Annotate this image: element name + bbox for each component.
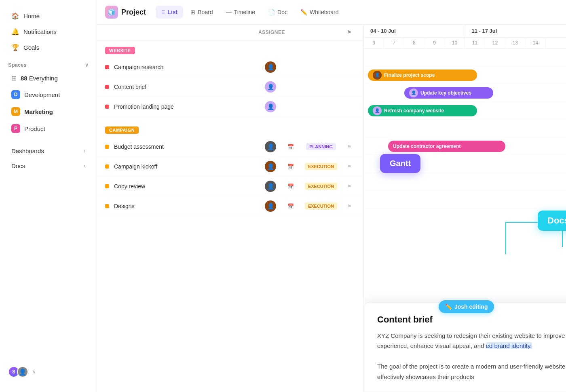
table-header: ASSIGNEE ⚑ — [97, 25, 363, 40]
chevron-right-icon: › — [84, 148, 85, 154]
flag-icon: ⚑ — [347, 164, 352, 170]
gantt-day: 6 — [364, 38, 384, 48]
tab-whiteboard[interactable]: ✏️ Whiteboard — [295, 6, 344, 18]
chevron-down-icon[interactable]: ∨ — [32, 369, 36, 375]
gantt-tooltip: Gantt — [380, 154, 420, 173]
project-title: Project — [121, 8, 146, 17]
list-panel: ASSIGNEE ⚑ WEBSITE Campaign research 👤 — [97, 25, 364, 392]
gantt-day: 7 — [384, 38, 404, 48]
gantt-day: 13 — [505, 38, 526, 48]
calendar-icon: 📅 — [287, 164, 294, 170]
col-flag: ⚑ — [343, 30, 355, 35]
chevron-down-icon[interactable]: ∨ — [85, 62, 89, 68]
sidebar-item-label: Goals — [23, 44, 39, 51]
avatar: 👤 — [265, 200, 276, 212]
spaces-section: Spaces ∨ — [0, 55, 97, 70]
sidebar-item-docs[interactable]: Docs › — [3, 158, 93, 173]
gantt-row — [364, 173, 566, 191]
connector-vertical2 — [505, 222, 506, 254]
timeline-icon: — — [226, 9, 232, 15]
avatar: 👤 — [373, 71, 382, 80]
project-icon: 🧊 — [105, 6, 118, 19]
sidebar-item-development[interactable]: D Development — [3, 86, 93, 103]
docs-badge[interactable]: Docs — [538, 211, 566, 231]
task-date: 📅 — [283, 164, 299, 170]
table-row[interactable]: Campaign kickoff 👤 📅 EXECUTION ⚑ — [97, 157, 363, 177]
task-flag: ⚑ — [343, 183, 355, 190]
sidebar-item-notifications[interactable]: 🔔 Notifications — [3, 24, 93, 40]
sidebar-item-goals[interactable]: 🏆 Goals — [3, 40, 93, 55]
flag-icon: ⚑ — [347, 203, 352, 209]
flag-icon: ⚑ — [347, 183, 352, 190]
task-status-dot — [105, 184, 109, 188]
tab-doc[interactable]: 📄 Doc — [262, 6, 293, 18]
campaign-badge: CAMPAIGN — [105, 126, 139, 134]
sidebar-item-marketing[interactable]: M Marketing — [3, 103, 93, 120]
task-assignee: 👤 — [258, 161, 283, 172]
sidebar-item-dashboards[interactable]: Dashboards › — [3, 143, 93, 158]
gantt-bar-finalize[interactable]: 👤 Finalize project scope — [368, 70, 477, 81]
table-row[interactable]: Content brief 👤 — [97, 77, 363, 97]
sidebar-item-label: Notifications — [23, 28, 57, 35]
chevron-right-icon: › — [84, 163, 85, 169]
docs-overlay-title: Content brief — [377, 314, 566, 325]
tab-board[interactable]: ⊞ Board — [185, 6, 218, 18]
highlight-text: ed brand identity. — [486, 342, 532, 349]
task-assignee: 👤 — [258, 81, 283, 93]
gantt-bar-objectives[interactable]: 👤 Update key objectives — [404, 87, 493, 99]
gantt-bar-contractor[interactable]: Update contractor agreement — [388, 141, 505, 152]
week2-label: 11 - 17 Jul — [465, 25, 566, 37]
calendar-icon: 📅 — [287, 144, 294, 150]
sidebar-item-label: Marketing — [24, 108, 53, 115]
sidebar-item-everything[interactable]: ⊞ 88 Everything — [3, 70, 93, 86]
tab-timeline[interactable]: — Timeline — [220, 6, 261, 18]
nav-tabs: ≡ List ⊞ Board — Timeline 📄 Doc ✏️ White… — [156, 6, 344, 19]
content-area: ASSIGNEE ⚑ WEBSITE Campaign research 👤 — [97, 25, 566, 392]
flag-icon: ⚑ — [347, 144, 352, 150]
gantt-days-row: 6 7 8 9 10 11 12 13 14 — [364, 38, 566, 48]
sidebar-item-product[interactable]: P Product — [3, 120, 93, 137]
gantt-bar-website[interactable]: 👤 Refresh company website — [368, 105, 477, 116]
tab-list[interactable]: ≡ List — [156, 6, 183, 19]
gantt-row: 👤 Refresh company website — [364, 102, 566, 120]
home-icon: 🏠 — [11, 12, 19, 20]
table-row[interactable]: Designs 👤 📅 EXECUTION ⚑ — [97, 196, 363, 216]
board-icon: ⊞ — [190, 9, 195, 15]
development-dot: D — [11, 90, 20, 99]
task-name: Designs — [114, 203, 258, 209]
task-name: Budget assessment — [114, 143, 258, 150]
task-status-badge: EXECUTION — [299, 183, 343, 190]
sidebar-item-label: Docs — [11, 162, 25, 169]
table-row[interactable]: Campaign research 👤 — [97, 57, 363, 77]
list-icon: ≡ — [161, 8, 165, 16]
gantt-day: 9 — [424, 38, 445, 48]
avatar: 👤 — [409, 89, 418, 97]
sidebar-item-label: Home — [23, 13, 40, 19]
sidebar-item-label: Product — [24, 125, 45, 132]
task-name: Content brief — [114, 84, 258, 90]
sidebar: 🏠 Home 🔔 Notifications 🏆 Goals Spaces ∨ … — [0, 0, 97, 392]
gantt-row: 👤 Update key objectives — [364, 84, 566, 102]
calendar-icon: 📅 — [287, 183, 294, 190]
task-assignee: 👤 — [258, 101, 283, 112]
table-row[interactable]: Promotion landing page 👤 — [97, 97, 363, 117]
task-date: 📅 — [283, 203, 299, 209]
sidebar-item-home[interactable]: 🏠 Home — [3, 8, 93, 24]
gantt-row: Update contractor agreement — [364, 137, 566, 155]
grid-icon: ⊞ — [11, 74, 17, 82]
website-section-header: WEBSITE — [97, 40, 363, 57]
table-row[interactable]: Budget assessment 👤 📅 PLANNING ⚑ — [97, 137, 363, 157]
status-badge: EXECUTION — [305, 163, 337, 170]
task-date: 📅 — [283, 183, 299, 190]
task-status-dot — [105, 105, 109, 109]
task-status-dot — [105, 204, 109, 208]
table-row[interactable]: Copy review 👤 📅 EXECUTION ⚑ — [97, 177, 363, 196]
doc-icon: 📄 — [268, 9, 275, 15]
avatar: 👤 — [265, 141, 276, 152]
col-assignee: ASSIGNEE — [258, 30, 283, 35]
gantt-body: 👤 Finalize project scope 👤 Update key ob… — [364, 48, 566, 209]
product-dot: P — [11, 124, 20, 133]
sidebar-item-label: Dashboards — [11, 148, 44, 154]
task-flag: ⚑ — [343, 144, 355, 150]
task-status-dot — [105, 85, 109, 89]
